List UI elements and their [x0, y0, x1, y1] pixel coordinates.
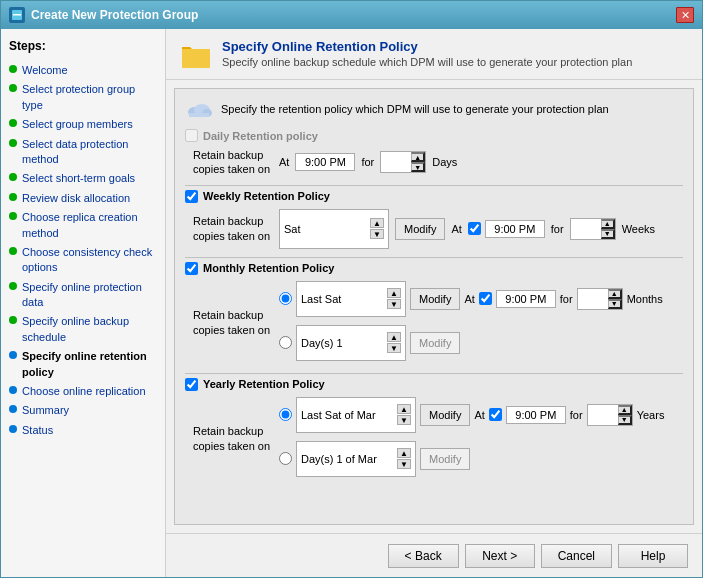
sidebar-item-disk-allocation[interactable]: Review disk allocation — [9, 189, 157, 208]
yearly-time-group: 9:00 PM — [489, 406, 566, 424]
daily-spin-up[interactable]: ▲ — [411, 152, 425, 162]
yearly-value-spinner[interactable]: 10 ▲ ▼ — [587, 404, 633, 426]
sidebar-item-summary[interactable]: Summary — [9, 401, 157, 420]
monthly-section-title: Monthly Retention Policy — [185, 262, 683, 275]
yearly-time: 9:00 PM — [506, 406, 566, 424]
sidebar-label: Specify online protection data — [22, 280, 157, 311]
yearly-retain-label: Retain backup copies taken on — [193, 424, 273, 453]
yearly-value-input[interactable]: 10 — [588, 408, 618, 422]
monthly-checkbox[interactable] — [185, 262, 198, 275]
yearly-arrow-down-1[interactable]: ▼ — [397, 415, 411, 425]
sidebar-title: Steps: — [9, 39, 157, 53]
monthly-radio-option-2: Day(s) 1 ▲ ▼ Modify — [279, 325, 663, 361]
monthly-value-spinner[interactable]: 60 ▲ ▼ — [577, 288, 623, 310]
monthly-retain-label: Retain backup copies taken on — [193, 308, 273, 337]
yearly-day-dropdown-1[interactable]: Last Sat of Mar ▲ ▼ — [296, 397, 416, 433]
weekly-spin-up[interactable]: ▲ — [601, 219, 615, 229]
close-button[interactable]: ✕ — [676, 7, 694, 23]
weekly-value-input[interactable]: 104 — [571, 222, 601, 236]
daily-label: Daily Retention policy — [203, 130, 318, 142]
sidebar-item-protection-group-type[interactable]: Select protection group type — [9, 80, 157, 115]
daily-value-input[interactable]: 180 — [381, 155, 411, 169]
step-dot — [9, 425, 17, 433]
sidebar-item-data-protection-method[interactable]: Select data protection method — [9, 135, 157, 170]
weekly-spin-down[interactable]: ▼ — [601, 229, 615, 239]
monthly-arrow-up-1[interactable]: ▲ — [387, 288, 401, 298]
monthly-arrow-down-2[interactable]: ▼ — [387, 343, 401, 353]
monthly-spin-up[interactable]: ▲ — [608, 289, 622, 299]
step-dot — [9, 139, 17, 147]
monthly-arrow-down-1[interactable]: ▼ — [387, 299, 401, 309]
step-dot — [9, 119, 17, 127]
svg-rect-7 — [189, 113, 209, 117]
sidebar-label: Choose consistency check options — [22, 245, 157, 276]
yearly-arrow-up-2[interactable]: ▲ — [397, 448, 411, 458]
sidebar-label: Choose online replication — [22, 384, 146, 399]
main-content: Specify Online Retention Policy Specify … — [166, 29, 702, 577]
weekly-value-spinner[interactable]: 104 ▲ ▼ — [570, 218, 616, 240]
yearly-spin-down[interactable]: ▼ — [618, 415, 632, 425]
help-button[interactable]: Help — [618, 544, 688, 568]
daily-retention-row: Retain backup copies taken on At 9:00 PM… — [193, 148, 683, 177]
sidebar-label: Select protection group type — [22, 82, 157, 113]
monthly-radio-1[interactable] — [279, 292, 292, 305]
step-dot — [9, 193, 17, 201]
yearly-arrow-down-2[interactable]: ▼ — [397, 459, 411, 469]
sidebar-label: Status — [22, 423, 53, 438]
monthly-modify-button-2[interactable]: Modify — [410, 332, 460, 354]
monthly-arrow-up-2[interactable]: ▲ — [387, 332, 401, 342]
daily-spin-down[interactable]: ▼ — [411, 162, 425, 172]
next-button[interactable]: Next > — [465, 544, 535, 568]
yearly-radio-option-1: Last Sat of Mar ▲ ▼ Modify At — [279, 397, 664, 433]
sidebar-item-group-members[interactable]: Select group members — [9, 115, 157, 134]
weekly-time-checkbox[interactable] — [468, 222, 481, 235]
sidebar-item-online-protection-data[interactable]: Specify online protection data — [9, 278, 157, 313]
yearly-time-checkbox[interactable] — [489, 408, 502, 421]
page-title: Specify Online Retention Policy — [222, 39, 632, 54]
sidebar-item-short-term-goals[interactable]: Select short-term goals — [9, 169, 157, 188]
svg-rect-1 — [13, 14, 21, 16]
sidebar-item-status[interactable]: Status — [9, 421, 157, 440]
yearly-radio-2[interactable] — [279, 452, 292, 465]
sidebar-item-welcome[interactable]: Welcome — [9, 61, 157, 80]
weekly-checkbox[interactable] — [185, 190, 198, 203]
sidebar-item-online-retention-policy[interactable]: Specify online retention policy — [9, 347, 157, 382]
weekly-day-dropdown[interactable]: Sat ▲ ▼ — [279, 209, 389, 249]
yearly-modify-button-2[interactable]: Modify — [420, 448, 470, 470]
sidebar-item-online-backup-schedule[interactable]: Specify online backup schedule — [9, 312, 157, 347]
yearly-modify-button-1[interactable]: Modify — [420, 404, 470, 426]
back-button[interactable]: < Back — [388, 544, 459, 568]
weekly-arrow-up[interactable]: ▲ — [370, 218, 384, 228]
weekly-arrow-down[interactable]: ▼ — [370, 229, 384, 239]
yearly-checkbox[interactable] — [185, 378, 198, 391]
main-window: Create New Protection Group ✕ Steps: Wel… — [0, 0, 703, 578]
monthly-time-checkbox[interactable] — [479, 292, 492, 305]
monthly-radio-2[interactable] — [279, 336, 292, 349]
yearly-day-dropdown-2[interactable]: Day(s) 1 of Mar ▲ ▼ — [296, 441, 416, 477]
sidebar-item-online-replication[interactable]: Choose online replication — [9, 382, 157, 401]
monthly-spin-down[interactable]: ▼ — [608, 299, 622, 309]
sidebar-item-replica-creation[interactable]: Choose replica creation method — [9, 208, 157, 243]
step-dot — [9, 282, 17, 290]
sidebar-item-consistency-check[interactable]: Choose consistency check options — [9, 243, 157, 278]
monthly-modify-button-1[interactable]: Modify — [410, 288, 460, 310]
weekly-label: Weekly Retention Policy — [203, 190, 330, 202]
monthly-day-dropdown-1[interactable]: Last Sat ▲ ▼ — [296, 281, 406, 317]
weekly-modify-button[interactable]: Modify — [395, 218, 445, 240]
yearly-radio-1[interactable] — [279, 408, 292, 421]
monthly-unit: Months — [627, 293, 663, 305]
yearly-for-label: for — [570, 409, 583, 421]
monthly-value-input[interactable]: 60 — [578, 292, 608, 306]
yearly-arrow-up-1[interactable]: ▲ — [397, 404, 411, 414]
cancel-button[interactable]: Cancel — [541, 544, 612, 568]
daily-retain-label: Retain backup copies taken on — [193, 148, 273, 177]
daily-value-spinner[interactable]: 180 ▲ ▼ — [380, 151, 426, 173]
sidebar: Steps: Welcome Select protection group t… — [1, 29, 166, 577]
yearly-spin-up[interactable]: ▲ — [618, 405, 632, 415]
monthly-spinner-btns: ▲ ▼ — [608, 289, 622, 309]
svg-rect-3 — [182, 49, 210, 67]
title-bar: Create New Protection Group ✕ — [1, 1, 702, 29]
monthly-day-dropdown-2[interactable]: Day(s) 1 ▲ ▼ — [296, 325, 406, 361]
title-bar-left: Create New Protection Group — [9, 7, 198, 23]
monthly-label: Monthly Retention Policy — [203, 262, 334, 274]
